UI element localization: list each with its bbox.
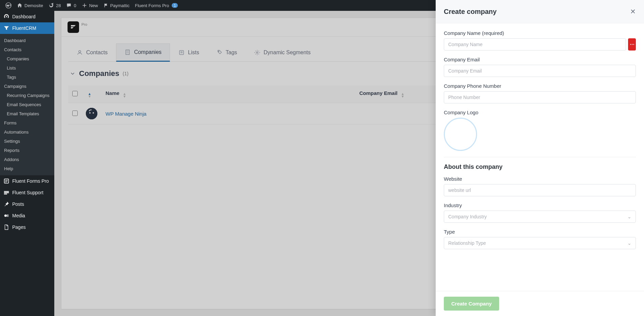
svg-point-2 (4, 214, 7, 217)
drawer-footer: Create Company (436, 291, 644, 316)
updates-link[interactable]: 28 (46, 0, 63, 11)
chevron-down-icon: ⌄ (627, 214, 631, 219)
submenu-help[interactable]: Help (0, 164, 54, 173)
submenu-dashboard[interactable]: Dashboard (0, 36, 54, 45)
submenu-fluentcrm: Dashboard Contacts Companies Lists Tags … (0, 34, 54, 175)
updates-count: 28 (56, 3, 61, 8)
company-email-label: Company Email (444, 57, 636, 62)
menu-pages[interactable]: Pages (0, 221, 54, 233)
submenu-settings[interactable]: Settings (0, 137, 54, 146)
site-name: Demosite (24, 3, 43, 8)
chevron-down-icon: ⌄ (627, 240, 631, 246)
menu-fluent-support[interactable]: Fluent Support (0, 187, 54, 198)
fluentforms-badge: 1 (172, 3, 178, 8)
drawer-header: Create company ✕ (436, 0, 644, 23)
about-heading: About this company (444, 163, 636, 171)
submenu-recurring[interactable]: Recurring Campaigns (0, 91, 54, 100)
wp-logo[interactable] (3, 0, 14, 11)
home-icon (17, 3, 22, 8)
submenu-addons[interactable]: Addons (0, 155, 54, 164)
paymattic-label: Paymattic (110, 3, 130, 8)
company-name-extra-button[interactable]: ⋯ (628, 38, 636, 51)
website-input[interactable] (444, 184, 636, 196)
flag-icon (103, 3, 108, 8)
menu-fluentcrm[interactable]: FluentCRM (0, 22, 54, 34)
submenu-automations[interactable]: Automations (0, 127, 54, 137)
company-logo-label: Company Logo (444, 110, 636, 115)
submenu-templates[interactable]: Email Templates (0, 109, 54, 118)
industry-select[interactable]: Company Industry ⌄ (444, 211, 636, 223)
divider (444, 157, 636, 157)
plus-icon (82, 3, 87, 8)
pin-icon (3, 201, 10, 207)
fluentcrm-icon (3, 25, 10, 31)
type-select[interactable]: Relationship Type ⌄ (444, 237, 636, 249)
new-label: New (89, 3, 98, 8)
company-logo-upload[interactable] (444, 118, 477, 151)
form-icon (3, 178, 10, 184)
new-link[interactable]: New (79, 0, 101, 11)
pages-icon (3, 224, 10, 230)
submenu-tags[interactable]: Tags (0, 73, 54, 82)
submenu-reports[interactable]: Reports (0, 146, 54, 155)
close-icon[interactable]: ✕ (630, 7, 636, 16)
type-label: Type (444, 229, 636, 235)
menu-dashboard[interactable]: Dashboard (0, 11, 54, 22)
fluentforms-link[interactable]: Fluent Forms Pro 1 (132, 0, 181, 11)
dashboard-icon (3, 14, 10, 20)
create-company-button[interactable]: Create Company (444, 297, 499, 311)
fluentforms-label: Fluent Forms Pro (135, 3, 169, 8)
comments-link[interactable]: 0 (63, 0, 79, 11)
company-phone-label: Company Phone Number (444, 83, 636, 89)
support-icon (3, 190, 10, 196)
company-email-input[interactable] (444, 65, 636, 77)
website-label: Website (444, 176, 636, 182)
paymattic-link[interactable]: Paymattic (101, 0, 132, 11)
submenu-companies[interactable]: Companies (0, 54, 54, 63)
media-icon (3, 213, 10, 219)
submenu-forms[interactable]: Forms (0, 118, 54, 127)
menu-posts[interactable]: Posts (0, 198, 54, 210)
submenu-sequences[interactable]: Email Sequences (0, 100, 54, 109)
comments-count: 0 (74, 3, 76, 8)
drawer-title: Create company (444, 8, 497, 16)
company-name-input[interactable] (444, 38, 626, 51)
submenu-contacts[interactable]: Contacts (0, 45, 54, 54)
wp-sidebar: Dashboard FluentCRM Dashboard Contacts C… (0, 11, 54, 316)
menu-fluentforms-pro[interactable]: Fluent Forms Pro (0, 175, 54, 187)
refresh-icon (49, 3, 54, 8)
create-company-drawer: Create company ✕ Company Name (required)… (436, 0, 644, 316)
company-name-label: Company Name (required) (444, 30, 636, 36)
site-link[interactable]: Demosite (14, 0, 46, 11)
comment-icon (66, 3, 72, 8)
industry-label: Industry (444, 202, 636, 208)
wordpress-icon (5, 2, 12, 8)
company-phone-input[interactable] (444, 91, 636, 103)
menu-media[interactable]: Media (0, 210, 54, 221)
submenu-campaigns[interactable]: Campaigns (0, 82, 54, 91)
submenu-lists[interactable]: Lists (0, 63, 54, 73)
